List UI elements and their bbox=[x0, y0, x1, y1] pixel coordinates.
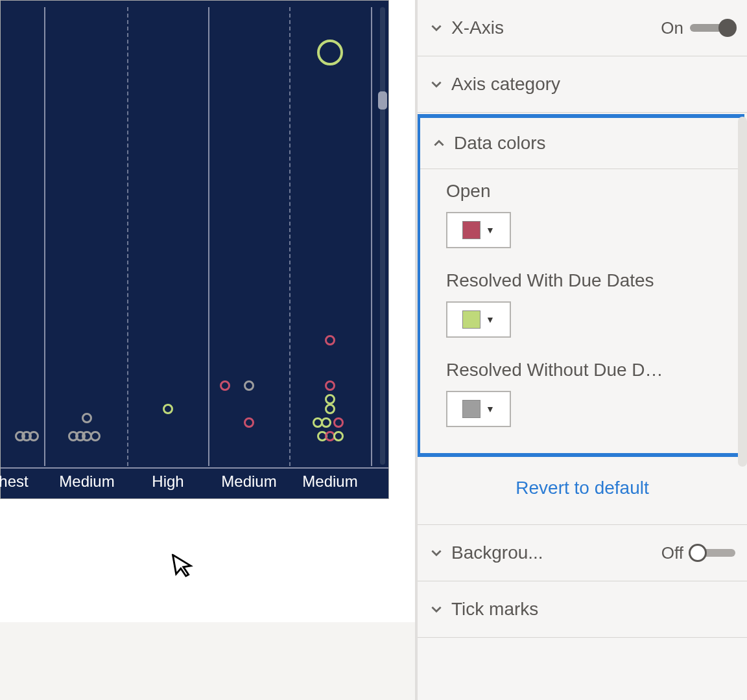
section-header-tick-marks[interactable]: Tick marks bbox=[429, 581, 735, 637]
data-colors-body: Open ▼ Resolved With Due Dates ▼ Resolve… bbox=[420, 169, 741, 453]
revert-to-default-link[interactable]: Revert to default bbox=[418, 458, 747, 524]
scatter-chart[interactable]: hest Medium High Medium Medium bbox=[0, 0, 389, 499]
section-tick-marks: Tick marks bbox=[418, 581, 747, 638]
chart-pane: hest Medium High Medium Medium bbox=[0, 0, 415, 700]
color-swatch-preview bbox=[462, 400, 480, 418]
section-background: Backgrou... Off bbox=[418, 524, 747, 581]
color-picker-button[interactable]: ▼ bbox=[446, 212, 511, 248]
data-color-item: Resolved With Due Dates ▼ bbox=[446, 270, 722, 338]
chart-wrap: hest Medium High Medium Medium bbox=[0, 0, 415, 499]
chart-point[interactable] bbox=[163, 404, 173, 414]
chart-point[interactable] bbox=[82, 413, 92, 423]
section-label: Data colors bbox=[454, 133, 729, 154]
data-color-name: Resolved With Due Dates bbox=[446, 270, 667, 291]
section-axis-category: Axis category bbox=[418, 56, 747, 113]
chart-point[interactable] bbox=[244, 380, 254, 391]
chart-point[interactable] bbox=[321, 417, 331, 428]
chevron-down-icon bbox=[429, 21, 444, 35]
data-color-item: Resolved Without Due Da... ▼ bbox=[446, 360, 722, 427]
caret-down-icon: ▼ bbox=[486, 314, 495, 325]
panel-vertical-scrollbar[interactable] bbox=[738, 117, 747, 467]
chart-point[interactable] bbox=[220, 380, 230, 391]
section-header-x-axis[interactable]: X-Axis On bbox=[429, 0, 735, 56]
chevron-down-icon bbox=[429, 602, 444, 616]
chart-column-sep bbox=[208, 7, 209, 466]
color-picker-button[interactable]: ▼ bbox=[446, 301, 511, 338]
chart-point[interactable] bbox=[29, 431, 39, 441]
chevron-down-icon bbox=[429, 546, 444, 560]
x-axis-line bbox=[1, 467, 388, 469]
data-color-item: Open ▼ bbox=[446, 181, 722, 248]
x-tick-label: Medium bbox=[59, 472, 114, 491]
chart-gridline bbox=[289, 7, 290, 466]
section-label: Backgrou... bbox=[451, 542, 654, 563]
toggle-state-label: On bbox=[661, 18, 683, 38]
color-swatch-preview bbox=[462, 221, 480, 239]
chart-point[interactable] bbox=[333, 417, 344, 428]
color-picker-button[interactable]: ▼ bbox=[446, 391, 511, 427]
toggle-background[interactable]: Off bbox=[661, 543, 735, 563]
chart-point[interactable] bbox=[325, 404, 335, 414]
toggle-x-axis[interactable]: On bbox=[661, 18, 735, 38]
section-label: Tick marks bbox=[451, 599, 735, 620]
chart-gridline bbox=[127, 7, 128, 466]
color-swatch-preview bbox=[462, 310, 480, 329]
section-header-background[interactable]: Backgrou... Off bbox=[429, 525, 735, 581]
data-color-name: Resolved Without Due Da... bbox=[446, 360, 667, 380]
x-tick-label: Medium bbox=[221, 472, 276, 491]
section-header-data-colors[interactable]: Data colors bbox=[432, 118, 729, 169]
chart-point[interactable] bbox=[244, 417, 254, 428]
section-x-axis: X-Axis On bbox=[418, 0, 747, 56]
switch-knob bbox=[689, 544, 707, 562]
caret-down-icon: ▼ bbox=[486, 404, 495, 414]
chart-column-sep bbox=[44, 7, 45, 466]
switch-track bbox=[690, 549, 735, 557]
scrollbar-track bbox=[380, 7, 385, 465]
format-panel: X-Axis On Axis category Data colors bbox=[415, 0, 747, 700]
toggle-state-label: Off bbox=[661, 543, 683, 563]
x-tick-label: hest bbox=[0, 472, 29, 491]
chart-column-sep bbox=[371, 7, 372, 466]
x-tick-label: Medium bbox=[302, 472, 357, 491]
section-label: Axis category bbox=[451, 74, 735, 95]
chevron-up-icon bbox=[432, 136, 446, 150]
data-color-name: Open bbox=[446, 181, 667, 202]
chevron-down-icon bbox=[429, 77, 444, 91]
chart-point[interactable] bbox=[325, 380, 335, 391]
section-label: X-Axis bbox=[451, 18, 653, 38]
scrollbar-thumb[interactable] bbox=[378, 91, 387, 110]
chart-point[interactable] bbox=[317, 40, 343, 65]
x-tick-label: High bbox=[152, 472, 184, 491]
switch-track bbox=[690, 24, 735, 32]
caret-down-icon: ▼ bbox=[486, 225, 495, 235]
chart-point[interactable] bbox=[325, 335, 335, 345]
canvas-bottom-area bbox=[0, 622, 415, 700]
chart-vertical-scrollbar[interactable] bbox=[377, 7, 388, 465]
section-header-axis-category[interactable]: Axis category bbox=[429, 56, 735, 112]
annotation-highlight-box: Data colors Open ▼ Resolved With Due Dat… bbox=[416, 114, 744, 457]
chart-point[interactable] bbox=[90, 431, 101, 441]
switch-knob bbox=[718, 19, 737, 37]
mouse-cursor-icon bbox=[171, 551, 196, 585]
section-data-colors: Data colors bbox=[420, 118, 741, 169]
chart-point[interactable] bbox=[333, 431, 344, 441]
